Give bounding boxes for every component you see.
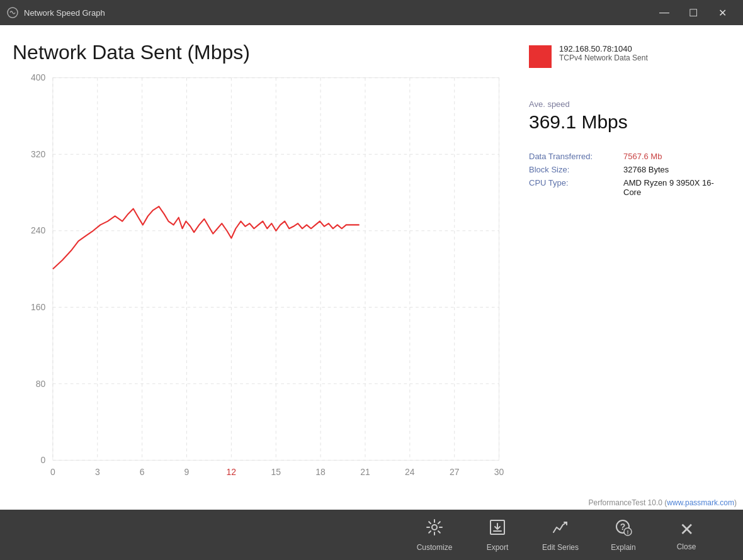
svg-text:160: 160: [31, 302, 45, 312]
close-toolbar-button[interactable]: ✕ Close: [667, 519, 705, 551]
chart-svg: 400 320 240 160 80 0 0 3 6 9 12 15 18 21: [13, 70, 510, 497]
ave-speed-value: 369.1 Mbps: [529, 111, 730, 133]
stat-row-data-transferred: Data Transferred: 7567.6 Mb: [529, 152, 730, 161]
stat-label-data-transferred: Data Transferred:: [529, 152, 623, 161]
svg-text:!: !: [627, 529, 629, 535]
attribution: PerformanceTest 10.0 (www.passmark.com): [0, 497, 743, 510]
svg-text:6: 6: [140, 467, 145, 477]
export-label: Export: [487, 543, 509, 552]
customize-icon: [426, 518, 443, 540]
chart-wrapper: 400 320 240 160 80 0 0 3 6 9 12 15 18 21: [13, 70, 510, 497]
customize-label: Customize: [417, 543, 453, 552]
stat-row-block-size: Block Size: 32768 Bytes: [529, 165, 730, 174]
stats-table: Data Transferred: 7567.6 Mb Block Size: …: [529, 152, 730, 201]
main-content: Network Data Sent (Mbps): [0, 25, 743, 510]
customize-button[interactable]: Customize: [416, 518, 453, 552]
legend-title: 192.168.50.78:1040: [559, 44, 648, 53]
svg-text:240: 240: [31, 225, 45, 235]
legend-color-box: [529, 45, 552, 68]
close-toolbar-icon: ✕: [679, 519, 694, 540]
chart-area: Network Data Sent (Mbps): [0, 25, 523, 497]
svg-text:18: 18: [315, 467, 326, 477]
window-close-button[interactable]: ✕: [708, 0, 737, 25]
svg-text:400: 400: [31, 72, 45, 82]
legend-subtitle: TCPv4 Network Data Sent: [559, 53, 648, 62]
explain-button[interactable]: ? ! Explain: [604, 518, 642, 552]
explain-icon: ? !: [615, 518, 632, 540]
explain-label: Explain: [611, 543, 635, 552]
legend-item: 192.168.50.78:1040 TCPv4 Network Data Se…: [529, 44, 730, 68]
toolbar: Customize Export Edit Series ? !: [0, 510, 743, 560]
stat-value-block-size: 32768 Bytes: [623, 165, 669, 174]
passmark-link[interactable]: www.passmark.com: [667, 498, 734, 507]
chart-title: Network Data Sent (Mbps): [6, 31, 516, 70]
stat-value-cpu-type: AMD Ryzen 9 3950X 16-Core: [623, 178, 730, 197]
minimize-button[interactable]: —: [650, 0, 679, 25]
titlebar: Network Speed Graph — ☐ ✕: [0, 0, 743, 25]
stat-row-cpu-type: CPU Type: AMD Ryzen 9 3950X 16-Core: [529, 178, 730, 197]
svg-text:9: 9: [184, 467, 190, 477]
svg-text:15: 15: [271, 467, 281, 477]
maximize-button[interactable]: ☐: [679, 0, 708, 25]
content-area: Network Data Sent (Mbps): [0, 25, 743, 497]
svg-text:0: 0: [50, 467, 55, 477]
close-label: Close: [677, 542, 696, 551]
svg-text:0: 0: [41, 455, 46, 465]
svg-text:27: 27: [450, 467, 460, 477]
svg-text:24: 24: [405, 467, 415, 477]
titlebar-title: Network Speed Graph: [24, 8, 650, 18]
svg-text:21: 21: [360, 467, 370, 477]
svg-text:30: 30: [494, 467, 504, 477]
svg-text:12: 12: [227, 467, 237, 477]
ave-speed-label: Ave. speed: [529, 99, 730, 109]
svg-point-36: [432, 525, 437, 530]
svg-text:80: 80: [36, 378, 46, 388]
edit-series-label: Edit Series: [542, 543, 579, 552]
stat-label-block-size: Block Size:: [529, 165, 623, 174]
stat-value-data-transferred: 7567.6 Mb: [623, 152, 662, 161]
edit-series-icon: [552, 518, 569, 540]
app-icon: [6, 6, 19, 19]
export-icon: [489, 518, 506, 540]
stats-area: 192.168.50.78:1040 TCPv4 Network Data Se…: [523, 25, 743, 497]
svg-text:320: 320: [31, 149, 45, 159]
stat-label-cpu-type: CPU Type:: [529, 178, 623, 197]
export-button[interactable]: Export: [479, 518, 516, 552]
legend-text: 192.168.50.78:1040 TCPv4 Network Data Se…: [559, 44, 648, 62]
svg-text:3: 3: [95, 467, 100, 477]
edit-series-button[interactable]: Edit Series: [542, 518, 579, 552]
